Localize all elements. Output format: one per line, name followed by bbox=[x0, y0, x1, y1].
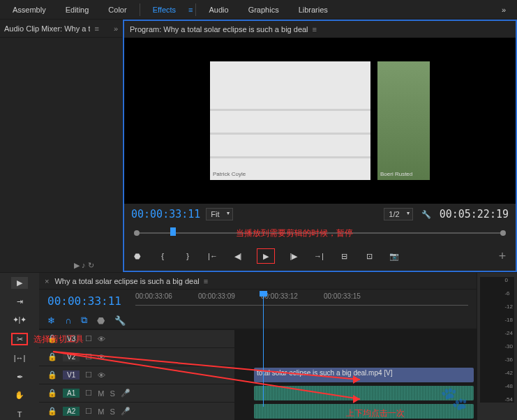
audio-meter-panel: 0 -6 -12 -18 -24 -30 -36 -42 -48 -54 bbox=[477, 273, 517, 420]
play-button[interactable]: ▶ bbox=[257, 248, 275, 264]
tab-graphics[interactable]: Graphics bbox=[239, 1, 289, 18]
razor-tool[interactable]: ✂ 选择剪切工具 bbox=[11, 333, 28, 345]
toggle-output-icon[interactable]: ☐ bbox=[85, 334, 92, 343]
eye-icon[interactable]: 👁 bbox=[98, 371, 105, 380]
snap-icon[interactable]: ❄ bbox=[47, 315, 55, 326]
video-frame-main: Patrick Coyle bbox=[210, 61, 370, 180]
timeline-panel: × Why a total solar eclipse is such a bi… bbox=[39, 273, 477, 420]
export-frame-icon[interactable]: 📷 bbox=[388, 250, 400, 262]
slip-tool[interactable]: |↔| bbox=[11, 352, 28, 364]
annotation-click-once: 上下均点击一次 bbox=[346, 407, 405, 419]
tool-palette: ▶ ⇥ ✦|✦ ✂ 选择剪切工具 |↔| ✒ ✋ T bbox=[0, 273, 39, 420]
mute-icon[interactable]: M bbox=[98, 407, 104, 416]
track-label-a1[interactable]: A1 bbox=[63, 389, 80, 398]
step-forward-icon[interactable]: |▶ bbox=[287, 250, 300, 262]
add-button[interactable]: + bbox=[496, 250, 509, 262]
track-v3: 🔒 V3 ☐ 👁 bbox=[39, 329, 477, 347]
tab-libraries[interactable]: Libraries bbox=[289, 1, 338, 18]
wrench-icon[interactable]: 🔧 bbox=[421, 210, 431, 219]
hamburger-icon[interactable]: ≡ bbox=[188, 6, 193, 14]
go-to-in-icon[interactable]: |← bbox=[207, 250, 219, 262]
meter-tick: -42 bbox=[504, 370, 513, 376]
panel-overflow[interactable]: » bbox=[114, 24, 118, 33]
program-monitor: Program: Why a total solar eclipse is su… bbox=[123, 20, 517, 272]
zoom-dropdown[interactable]: 1/2 bbox=[384, 208, 412, 220]
video-frame-side: Boeri Rusted bbox=[377, 61, 430, 180]
track-label-a2[interactable]: A2 bbox=[63, 407, 80, 416]
toggle-output-icon[interactable]: ☐ bbox=[85, 389, 92, 398]
tab-color[interactable]: Color bbox=[98, 1, 136, 18]
audio-meter: 0 -6 -12 -18 -24 -30 -36 -42 -48 -54 bbox=[480, 277, 514, 403]
program-viewer[interactable]: Patrick Coyle Boeri Rusted bbox=[124, 38, 516, 204]
time-ruler[interactable]: 00:00:33:06 00:00:33:09 00:00:33:12 00:0… bbox=[135, 292, 468, 309]
track-a1: 🔒 A1 ☐ M S 🎤 bbox=[39, 384, 477, 402]
lock-icon[interactable]: 🔒 bbox=[47, 370, 57, 380]
meter-tick: -54 bbox=[504, 396, 513, 403]
playhead[interactable] bbox=[263, 292, 264, 407]
meter-tick: -6 bbox=[504, 290, 513, 297]
solo-icon[interactable]: S bbox=[110, 389, 114, 398]
voice-icon[interactable]: 🎤 bbox=[121, 389, 130, 398]
track-label-v1[interactable]: V1 bbox=[63, 370, 80, 380]
tab-audio[interactable]: Audio bbox=[199, 1, 238, 18]
lock-icon[interactable]: 🔒 bbox=[47, 352, 57, 361]
watermark-paw-icon bbox=[440, 385, 468, 413]
divider bbox=[140, 3, 140, 16]
video-clip[interactable]: total solar eclipse is such a big deal.m… bbox=[254, 368, 474, 382]
eye-icon[interactable]: 👁 bbox=[98, 335, 105, 343]
ruler-tick: 00:00:33:09 bbox=[198, 292, 235, 300]
marker-tool-icon[interactable]: ⬣ bbox=[97, 315, 105, 326]
sequence-name[interactable]: Why a total solar eclipse is such a big … bbox=[54, 277, 199, 285]
eye-icon[interactable]: 👁 bbox=[98, 353, 105, 361]
linked-selection-icon[interactable]: ⧉ bbox=[81, 315, 87, 326]
panel-menu-icon[interactable]: ≡ bbox=[94, 24, 98, 33]
settings-icon[interactable]: 🔧 bbox=[114, 315, 126, 326]
mute-icon[interactable]: M bbox=[98, 389, 104, 398]
track-v2: 🔒 V2 ☐ 👁 bbox=[39, 347, 477, 366]
track-v1: 🔒 V1 ☐ 👁 total solar eclipse is such a b… bbox=[39, 366, 477, 384]
program-menu-icon[interactable]: ≡ bbox=[313, 25, 317, 33]
in-point-icon[interactable]: { bbox=[156, 250, 169, 262]
voice-icon[interactable]: 🎤 bbox=[121, 407, 130, 416]
go-to-out-icon[interactable]: →| bbox=[313, 250, 325, 262]
step-back-icon[interactable]: ◀| bbox=[232, 250, 244, 262]
meter-tick: -18 bbox=[504, 317, 513, 323]
workspace-tabs: Assembly Editing Color Effects ≡ Audio G… bbox=[0, 0, 517, 20]
meter-tick: -48 bbox=[504, 383, 513, 389]
panel-tab-audio-mixer[interactable]: Audio Clip Mixer: Why a t bbox=[4, 24, 90, 33]
fit-dropdown[interactable]: Fit bbox=[206, 208, 232, 220]
timeline-menu-icon[interactable]: ≡ bbox=[204, 277, 208, 285]
close-sequence-icon[interactable]: × bbox=[45, 277, 49, 285]
marker-icon[interactable]: ⬣ bbox=[131, 250, 144, 262]
magnet-icon[interactable]: ∩ bbox=[65, 315, 71, 326]
selection-tool[interactable]: ▶ bbox=[11, 277, 28, 289]
type-tool[interactable]: T bbox=[11, 408, 28, 420]
toggle-output-icon[interactable]: ☐ bbox=[85, 352, 92, 361]
lock-icon[interactable]: 🔒 bbox=[47, 407, 57, 416]
toggle-output-icon[interactable]: ☐ bbox=[85, 370, 92, 380]
meter-tick: -12 bbox=[504, 303, 513, 310]
timeline-timecode[interactable]: 00:00:33:11 bbox=[47, 294, 121, 308]
program-timecode-in[interactable]: 00:00:33:11 bbox=[131, 208, 200, 220]
tracks-area: 🔒 V3 ☐ 👁 🔒 V2 ☐ 👁 🔒 V1 bbox=[39, 329, 477, 420]
out-point-icon[interactable]: } bbox=[181, 250, 194, 262]
tab-assembly[interactable]: Assembly bbox=[3, 1, 56, 18]
hand-tool[interactable]: ✋ bbox=[11, 389, 28, 401]
toggle-output-icon[interactable]: ☐ bbox=[85, 407, 92, 416]
scrubber-handle[interactable] bbox=[170, 227, 176, 236]
ripple-edit-tool[interactable]: ✦|✦ bbox=[11, 315, 28, 327]
track-select-tool[interactable]: ⇥ bbox=[11, 296, 28, 308]
solo-icon[interactable]: S bbox=[110, 407, 114, 416]
pen-tool[interactable]: ✒ bbox=[11, 371, 28, 383]
divider bbox=[195, 3, 196, 16]
lock-icon[interactable]: 🔒 bbox=[47, 389, 57, 398]
ruler-tick: 00:00:33:15 bbox=[324, 292, 361, 300]
panel-footer-icons: ▶ ♪ ↻ bbox=[74, 261, 94, 270]
overflow-menu[interactable]: » bbox=[493, 6, 514, 14]
tab-effects[interactable]: Effects bbox=[143, 1, 186, 18]
track-label-v2[interactable]: V2 bbox=[63, 352, 80, 361]
lift-icon[interactable]: ⊟ bbox=[338, 250, 350, 262]
tab-editing[interactable]: Editing bbox=[56, 1, 99, 18]
extract-icon[interactable]: ⊡ bbox=[363, 250, 375, 262]
program-scrubber[interactable]: 当播放到需要剪辑的时候，暂停 bbox=[131, 226, 509, 240]
